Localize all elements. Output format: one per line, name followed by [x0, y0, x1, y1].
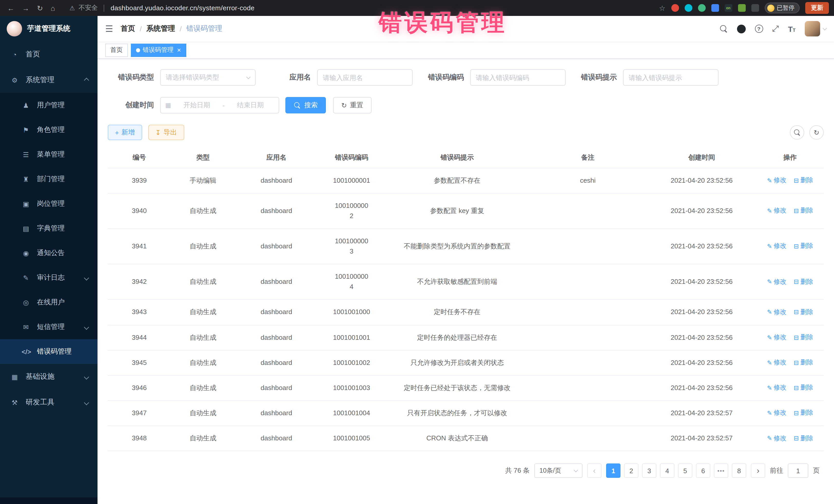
edit-link[interactable]: ✎修改	[767, 206, 787, 216]
calendar-icon: ▦	[165, 102, 171, 109]
page-size-select[interactable]: 10条/页	[534, 464, 583, 478]
delete-link[interactable]: ⊟删除	[794, 176, 813, 185]
cell-time: 2021-04-20 23:52:56	[647, 325, 756, 350]
sidebar-item-sms[interactable]: ✉短信管理	[0, 314, 97, 339]
sidebar-logo-row[interactable]: 芋道管理系统	[0, 16, 97, 42]
filter-time: 创建时间 ▦ 开始日期 - 结束日期	[108, 97, 279, 113]
pagination-page-6[interactable]: 6	[696, 464, 710, 478]
column-header: 创建时间	[647, 147, 756, 168]
pagination-page-1[interactable]: 1	[606, 464, 620, 478]
extensions-puzzle-icon[interactable]	[751, 4, 759, 12]
reload-icon[interactable]: ↻	[37, 4, 43, 12]
sidebar-item-system[interactable]: ⚙系统管理	[0, 67, 97, 93]
edit-link[interactable]: ✎修改	[767, 176, 787, 185]
pagination-more[interactable]: •••	[714, 464, 728, 478]
fullscreen-icon[interactable]: ⤢	[772, 25, 779, 33]
online-icon: ◎	[22, 299, 30, 306]
tag-首页[interactable]: 首页	[105, 43, 128, 57]
bookmark-star-icon[interactable]: ☆	[659, 4, 665, 12]
reset-button[interactable]: ↻ 重置	[333, 97, 372, 113]
cell-hint: 定时任务的处理器已经存在	[386, 325, 529, 350]
sidebar-item-devtools[interactable]: ⚒研发工具	[0, 390, 97, 415]
refresh-button[interactable]: ↻	[809, 125, 824, 139]
delete-link[interactable]: ⊟删除	[794, 358, 813, 368]
sidebar-item-errorcode[interactable]: </>错误码管理	[0, 339, 97, 364]
sidebar-item-post[interactable]: ▣岗位管理	[0, 192, 97, 216]
delete-link[interactable]: ⊟删除	[794, 241, 813, 251]
pagination-page-2[interactable]: 2	[624, 464, 638, 478]
delete-link[interactable]: ⊟删除	[794, 333, 813, 343]
sidebar-item-notice[interactable]: ◉通知公告	[0, 241, 97, 265]
home-icon[interactable]: ⌂	[50, 4, 55, 12]
address-bar[interactable]: ⚠ 不安全 dashboard.yudao.iocoder.cn/system/…	[69, 4, 255, 12]
delete-link[interactable]: ⊟删除	[794, 206, 813, 216]
pagination-page-3[interactable]: 3	[642, 464, 656, 478]
github-icon[interactable]	[737, 24, 745, 33]
delete-link[interactable]: ⊟删除	[794, 277, 813, 287]
sidebar-item-menu[interactable]: ☰菜单管理	[0, 142, 97, 167]
breadcrumb-item[interactable]: 系统管理	[146, 24, 175, 34]
cell-hint: 定时任务不存在	[386, 300, 529, 325]
back-icon[interactable]: ←	[7, 4, 14, 12]
tag-错误码管理[interactable]: 错误码管理×	[131, 43, 186, 57]
pagination: 共 76 条 10条/页 ‹ 123456•••8 › 前往 页	[108, 464, 820, 488]
paused-badge[interactable]: 已暂停	[765, 3, 799, 13]
edit-link[interactable]: ✎修改	[767, 277, 787, 287]
edit-link[interactable]: ✎修改	[767, 307, 787, 317]
sidebar-item-dept[interactable]: ♜部门管理	[0, 167, 97, 192]
sidebar-item-infra[interactable]: ▦基础设施	[0, 364, 97, 390]
next-page-button[interactable]: ›	[751, 464, 765, 478]
pagination-pages: 123456•••8	[606, 464, 746, 478]
breadcrumb-separator: /	[180, 25, 182, 33]
pagination-page-8[interactable]: 8	[732, 464, 746, 478]
edit-link[interactable]: ✎修改	[767, 241, 787, 251]
tag-close-icon[interactable]: ×	[177, 47, 181, 53]
edit-icon: ✎	[767, 410, 772, 416]
help-icon[interactable]: ?	[755, 25, 763, 33]
forward-icon[interactable]: →	[22, 4, 29, 12]
add-button[interactable]: + 新增	[108, 125, 142, 140]
delete-link[interactable]: ⊟删除	[794, 307, 813, 317]
cell-actions: ✎修改⊟删除	[756, 264, 824, 300]
search-toggle-button[interactable]	[790, 125, 804, 139]
breadcrumb-item[interactable]: 首页	[121, 24, 135, 34]
edit-link[interactable]: ✎修改	[767, 358, 787, 368]
edit-link[interactable]: ✎修改	[767, 383, 787, 393]
error-type-select[interactable]: 请选择错误码类型	[160, 69, 256, 86]
export-button[interactable]: ↧ 导出	[148, 125, 184, 140]
edit-link[interactable]: ✎修改	[767, 333, 787, 343]
update-button[interactable]: 更新	[805, 2, 829, 14]
extension-grid-icon[interactable]	[711, 4, 719, 12]
goto-page-input[interactable]	[788, 464, 808, 478]
sidebar-item-home[interactable]: ◔首页	[0, 42, 97, 67]
extension-green-icon[interactable]	[738, 4, 745, 12]
pagination-page-5[interactable]: 5	[678, 464, 692, 478]
sidebar-item-user[interactable]: ♟用户管理	[0, 93, 97, 117]
search-icon[interactable]	[720, 25, 727, 32]
sidebar-item-role[interactable]: ⚑角色管理	[0, 117, 97, 142]
extension-vue-devtools-icon[interactable]	[698, 4, 705, 12]
delete-link[interactable]: ⊟删除	[794, 383, 813, 393]
edit-link[interactable]: ✎修改	[767, 408, 787, 418]
error-hint-input[interactable]	[623, 69, 719, 86]
extension-on-icon[interactable]: on	[724, 4, 732, 12]
delete-link[interactable]: ⊟删除	[794, 434, 813, 443]
search-button[interactable]: 搜索	[285, 97, 326, 113]
sidebar-item-online[interactable]: ◎在线用户	[0, 290, 97, 314]
cell-actions: ✎修改⊟删除	[756, 300, 824, 325]
date-range-picker[interactable]: ▦ 开始日期 - 结束日期	[160, 97, 279, 113]
app-name-input[interactable]	[317, 69, 413, 86]
prev-page-button[interactable]: ‹	[587, 464, 601, 478]
extension-red-icon[interactable]	[671, 4, 679, 12]
error-code-input[interactable]	[470, 69, 566, 86]
edit-link[interactable]: ✎修改	[767, 434, 787, 443]
pagination-page-4[interactable]: 4	[660, 464, 674, 478]
hamburger-icon[interactable]: ☰	[105, 23, 113, 34]
font-size-icon[interactable]: T	[788, 25, 795, 32]
delete-icon: ⊟	[794, 279, 799, 285]
sidebar-item-audit[interactable]: ✎审计日志	[0, 265, 97, 290]
sidebar-item-dict[interactable]: ▤字典管理	[0, 216, 97, 241]
user-menu[interactable]	[805, 21, 826, 37]
extension-teal-icon[interactable]	[684, 4, 692, 12]
delete-link[interactable]: ⊟删除	[794, 408, 813, 418]
